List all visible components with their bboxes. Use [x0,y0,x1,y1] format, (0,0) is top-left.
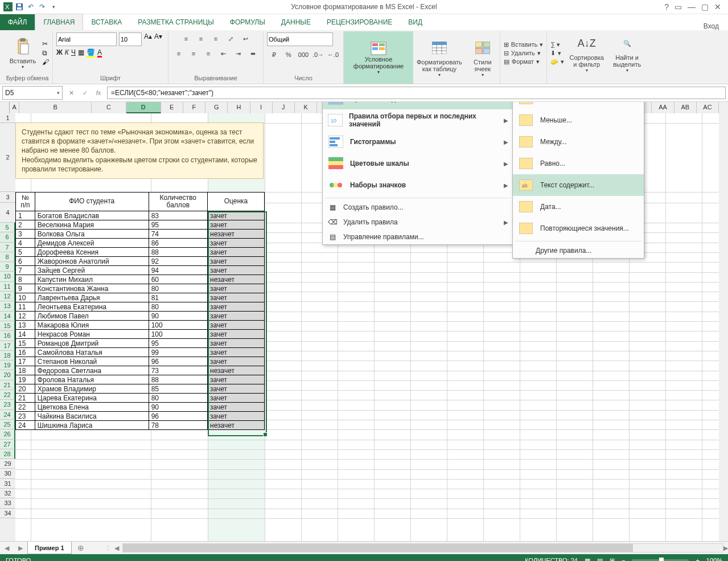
fx-icon[interactable]: fx [93,88,104,98]
menu-new-rule[interactable]: ▦Создать правило... [323,200,513,215]
maximize-icon[interactable]: ▢ [701,2,709,11]
col-header-I[interactable]: I [250,102,273,113]
dec-decimal-icon[interactable]: ←.0 [326,48,340,61]
enter-icon[interactable]: ✓ [80,88,90,98]
insert-cells-button[interactable]: ⊞Вставить ▾ [504,41,544,48]
row-header-3[interactable]: 3 [0,192,15,203]
autosum-icon[interactable]: ∑ ▾ [550,41,564,48]
col-header-AA[interactable]: AA [652,102,674,113]
font-color-icon[interactable]: A [97,48,102,56]
row-header-24[interactable]: 24 [0,410,15,420]
underline-button[interactable]: Ч [71,48,76,56]
row-header-15[interactable]: 15 [0,321,15,331]
align-left-icon[interactable]: ≡ [172,47,186,60]
find-select-button[interactable]: 🔍 Найти и выделить▾ [610,32,644,74]
menu-highlight-rules[interactable]: Правила выделения ячеек▶ [323,102,513,109]
decrease-font-icon[interactable]: A▾ [154,32,162,46]
row-header-32[interactable]: 32 [0,489,15,498]
format-painter-icon[interactable]: 🖌 [42,58,49,66]
row-header-11[interactable]: 11 [0,282,15,292]
fill-color-icon[interactable]: 🪣 [87,48,95,56]
row-header-28[interactable]: 28 [0,449,15,459]
cancel-icon[interactable]: ✕ [66,88,76,98]
ribbon-options-icon[interactable]: ▭ [674,2,682,11]
row-header-13[interactable]: 13 [0,301,15,311]
row-header-18[interactable]: 18 [0,351,15,361]
submenu-date[interactable]: Дата... [513,196,644,218]
help-icon[interactable]: ? [664,2,669,11]
row-header-5[interactable]: 5 [0,223,15,232]
align-right-icon[interactable]: ≡ [201,47,215,60]
row-header-25[interactable]: 25 [0,420,15,429]
row-header-21[interactable]: 21 [0,380,15,390]
col-header-B[interactable]: B [19,102,92,113]
row-header-23[interactable]: 23 [0,400,15,410]
menu-data-bars[interactable]: Гистограммы▶ [323,131,513,153]
submenu-equal[interactable]: Равно... [513,153,644,174]
col-header-K[interactable]: K [295,102,317,113]
sort-filter-button[interactable]: A↓Z Сортировка и фильтр▾ [566,32,607,74]
merge-icon[interactable]: ⬌ [246,47,260,60]
submenu-duplicate[interactable]: Повторяющиеся значения... [513,218,644,239]
menu-clear-rules[interactable]: ⌫Удалить правила▶ [323,215,513,230]
orientation-icon[interactable]: ⤢ [224,32,237,45]
wrap-icon[interactable]: ↩ [238,32,252,45]
number-format-select[interactable] [267,32,333,46]
zoom-level[interactable]: 100% [706,557,722,561]
format-cells-button[interactable]: ▤Формат ▾ [504,58,544,65]
fill-handle[interactable] [263,432,268,437]
indent-inc-icon[interactable]: ⇥ [231,47,245,60]
row-header-1[interactable]: 1 [0,113,15,123]
tab-view[interactable]: ВИД [400,14,430,30]
row-header-30[interactable]: 30 [0,469,15,478]
row-header-22[interactable]: 22 [0,390,15,400]
row-header-12[interactable]: 12 [0,292,15,301]
align-top-icon[interactable]: ≡ [179,32,193,45]
conditional-formatting-button[interactable]: Условное форматирование▾ [344,31,413,84]
border-icon[interactable]: ▦ [78,48,84,56]
font-size-input[interactable] [119,32,142,46]
increase-font-icon[interactable]: A▴ [144,32,152,46]
qat-dropdown-icon[interactable]: ▾ [48,1,59,13]
submenu-text-contains[interactable]: abТекст содержит... [513,174,644,196]
row-header-8[interactable]: 8 [0,252,15,262]
col-header-D[interactable]: D [126,102,161,113]
prev-sheet-icon[interactable]: ◀ [0,544,14,552]
row-headers[interactable]: 1234567891011121314151617181920212223242… [0,113,16,541]
col-header-AB[interactable]: AB [674,102,697,113]
row-header-14[interactable]: 14 [0,312,15,321]
row-header-7[interactable]: 7 [0,243,15,252]
submenu-other-rules[interactable]: Другие правила... [513,243,644,258]
undo-icon[interactable]: ↶ [25,1,36,13]
sign-in-link[interactable]: Вход [704,22,728,30]
menu-manage-rules[interactable]: ▤Управление правилами... [323,230,513,244]
row-header-9[interactable]: 9 [0,262,15,272]
tab-page-layout[interactable]: РАЗМЕТКА СТРАНИЦЫ [130,14,222,30]
menu-color-scales[interactable]: Цветовые шкалы▶ [323,153,513,174]
row-header-33[interactable]: 33 [0,498,15,508]
view-layout-icon[interactable]: ▤ [597,557,603,562]
align-center-icon[interactable]: ≡ [187,47,200,60]
tab-home[interactable]: ГЛАВНАЯ [35,14,83,30]
italic-button[interactable]: К [65,48,69,56]
col-header-J[interactable]: J [273,102,295,113]
tab-file[interactable]: ФАЙЛ [0,14,35,30]
zoom-in-icon[interactable]: + [696,557,699,561]
row-header-6[interactable]: 6 [0,232,15,242]
cell-styles-button[interactable]: Стили ячеек▾ [466,37,500,79]
redo-icon[interactable]: ↷ [36,1,48,13]
name-box[interactable]: D5▾ [2,86,63,100]
close-icon[interactable]: ✕ [714,2,721,11]
col-header-H[interactable]: H [228,102,250,113]
tab-review[interactable]: РЕЦЕНЗИРОВАНИЕ [319,14,400,30]
format-as-table-button[interactable]: Форматировать как таблицу▾ [413,37,466,79]
minimize-icon[interactable]: — [688,2,696,11]
bold-button[interactable]: Ж [56,48,63,56]
row-header-31[interactable]: 31 [0,479,15,489]
font-name-input[interactable] [56,32,117,46]
row-header-34[interactable]: 34 [0,509,15,518]
row-header-29[interactable]: 29 [0,459,15,469]
col-header-F[interactable]: F [183,102,205,113]
row-header-26[interactable]: 26 [0,429,15,439]
view-normal-icon[interactable]: ▦ [585,557,590,562]
